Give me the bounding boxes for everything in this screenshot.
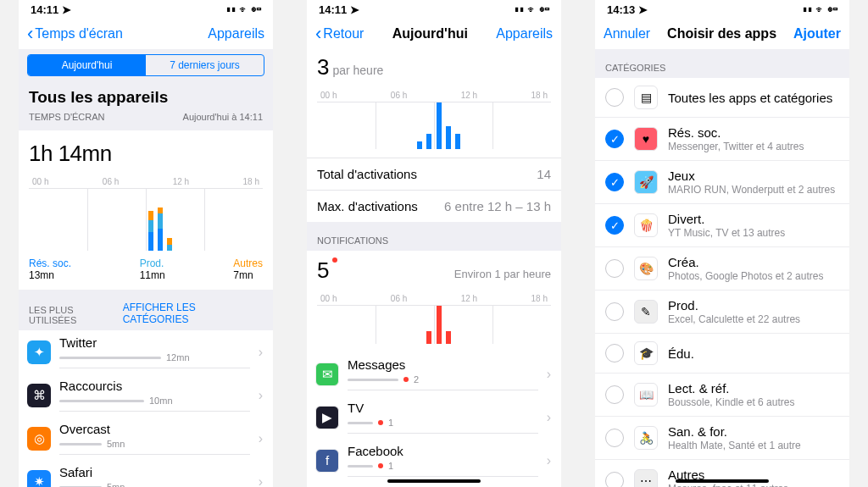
category-icon: 🚴: [634, 426, 658, 450]
devices-link[interactable]: Appareils: [496, 26, 553, 42]
total-time: 1h 14mn: [29, 141, 263, 167]
screenshot-choose-apps: 14:13 ➤ ▮▮ ᯤ ◉▭ Annuler Choisir des apps…: [595, 0, 849, 487]
category-subtitle: Health Mate, Santé et 1 autre: [668, 440, 801, 451]
location-icon: ➤: [350, 3, 359, 16]
category-row[interactable]: 📖 Lect. & réf.Boussole, Kindle et 6 autr…: [595, 374, 849, 417]
category-icon: ▤: [634, 86, 658, 109]
back-label: Temps d'écran: [35, 26, 123, 42]
back-button[interactable]: ‹ Retour: [315, 23, 364, 45]
app-name: Raccourcis: [59, 379, 250, 393]
checkbox[interactable]: [605, 344, 624, 362]
app-usage: 10mn: [149, 396, 173, 406]
nav-bar: Annuler Choisir des apps Ajouter: [595, 19, 849, 49]
notif-count: 1: [388, 461, 393, 471]
home-indicator[interactable]: [676, 479, 769, 483]
chevron-right-icon: ›: [547, 367, 551, 382]
back-button[interactable]: ‹ Temps d'écran: [27, 23, 123, 45]
home-indicator[interactable]: [387, 479, 481, 483]
category-icon: 🍿: [634, 213, 658, 237]
notif-count: 2: [414, 374, 419, 385]
category-row[interactable]: ✓ ♥ Rés. soc.Messenger, Twitter et 4 aut…: [595, 118, 849, 161]
section-label: TEMPS D'ÉCRAN: [29, 112, 105, 122]
chevron-right-icon: ›: [259, 474, 263, 488]
categories-header: CATÉGORIES: [595, 49, 849, 78]
category-title: Rés. soc.: [668, 125, 804, 140]
status-time: 14:13: [607, 3, 635, 16]
location-icon: ➤: [638, 3, 648, 16]
app-icon: ✉: [315, 362, 339, 386]
nav-bar: ‹ Temps d'écran Appareils: [19, 19, 273, 49]
seg-week[interactable]: 7 derniers jours: [146, 55, 264, 75]
category-title: Édu.: [668, 346, 694, 361]
chart-legend: Rés. soc.13mnProd.11mnAutres7mn: [29, 257, 263, 281]
nav-title: Choisir des apps: [667, 26, 776, 42]
category-row[interactable]: 🚴 San. & for.Health Mate, Santé et 1 aut…: [595, 417, 849, 460]
total-pickups-row: Total d'activations14: [307, 158, 561, 190]
app-name: Twitter: [59, 335, 250, 350]
category-icon: 🚀: [634, 170, 658, 194]
category-row[interactable]: ✓ 🚀 JeuxMARIO RUN, Wonderputt et 2 autre…: [595, 161, 849, 204]
status-icons: ▮▮ ᯤ ◉▭: [803, 4, 837, 14]
category-icon: 🎓: [634, 341, 658, 365]
devices-link[interactable]: Appareils: [208, 26, 264, 42]
app-name: Safari: [59, 465, 250, 479]
app-row[interactable]: ⌘ Raccourcis 10mn ›: [19, 374, 273, 417]
updated-label: Aujourd'hui à 14:11: [183, 112, 263, 122]
category-row[interactable]: ✓ 🍿 Divert.YT Music, TV et 13 autres: [595, 204, 849, 247]
app-icon: ✷: [27, 470, 51, 488]
screenshot-screen-time: 14:11 ➤ ▮▮ ᯤ ◉▭ ‹ Temps d'écran Appareil…: [19, 0, 273, 487]
category-title: San. & for.: [668, 424, 801, 439]
checkbox[interactable]: ✓: [605, 130, 624, 148]
usage-chart: [29, 188, 263, 251]
notif-app-row[interactable]: ✉ Messages 2 ›: [307, 352, 561, 396]
app-icon: ⌘: [27, 384, 51, 407]
category-row[interactable]: 🎨 Créa.Photos, Google Photos et 2 autres: [595, 247, 849, 291]
category-row[interactable]: ⋯ AutresMesures, fnac et 11 autres: [595, 460, 849, 487]
app-row[interactable]: ✦ Twitter 12mn ›: [19, 330, 273, 374]
seg-today[interactable]: Aujourd'hui: [28, 55, 146, 75]
category-subtitle: Mesures, fnac et 11 autres: [668, 483, 788, 487]
nav-title: Aujourd'hui: [392, 26, 468, 42]
category-row[interactable]: ✎ Prod.Excel, Calculette et 22 autres: [595, 291, 849, 334]
chevron-left-icon: ‹: [315, 23, 321, 45]
app-icon: ✦: [27, 340, 51, 364]
checkbox[interactable]: [605, 88, 624, 107]
most-used-header: LES PLUS UTILISÉES: [29, 305, 123, 325]
app-name: Messages: [348, 357, 538, 372]
category-title: Prod.: [668, 298, 800, 313]
category-subtitle: Photos, Google Photos et 2 autres: [668, 270, 823, 282]
notif-apps-list: ✉ Messages 2 ›▶ TV 1 ›f Facebook 1 ›M Gm…: [307, 352, 561, 487]
app-row[interactable]: ✷ Safari 5mn ›: [19, 460, 273, 487]
category-row[interactable]: ▤ Toutes les apps et catégories: [595, 78, 849, 118]
status-icons: ▮▮ ᯤ ◉▭: [226, 4, 261, 14]
category-row[interactable]: 🎓 Édu.: [595, 334, 849, 374]
checkbox[interactable]: ✓: [605, 173, 624, 191]
app-row[interactable]: ◎ Overcast 5mn ›: [19, 417, 273, 460]
app-icon: ▶: [315, 406, 339, 429]
category-subtitle: MARIO RUN, Wonderputt et 2 autres: [668, 184, 835, 196]
add-button[interactable]: Ajouter: [793, 26, 841, 42]
status-bar: 14:11 ➤ ▮▮ ᯤ ◉▭: [307, 0, 561, 19]
cancel-button[interactable]: Annuler: [604, 26, 650, 42]
checkbox[interactable]: [605, 302, 624, 321]
checkbox[interactable]: [605, 385, 624, 404]
back-label: Retour: [323, 26, 364, 42]
show-categories-link[interactable]: AFFICHER LES CATÉGORIES: [123, 302, 263, 325]
screenshot-today-detail: 14:11 ➤ ▮▮ ᯤ ◉▭ ‹ Retour Aujourd'hui App…: [307, 0, 561, 487]
segmented-control[interactable]: Aujourd'hui 7 derniers jours: [27, 54, 264, 76]
notif-app-row[interactable]: f Facebook 1 ›: [307, 439, 561, 482]
status-bar: 14:11 ➤ ▮▮ ᯤ ◉▭: [19, 0, 273, 19]
checkbox[interactable]: ✓: [605, 216, 624, 235]
chevron-right-icon: ›: [547, 410, 551, 425]
chevron-right-icon: ›: [259, 345, 263, 360]
checkbox[interactable]: [605, 429, 624, 447]
checkbox[interactable]: [605, 472, 624, 487]
app-icon: f: [315, 449, 339, 473]
checkbox[interactable]: [605, 259, 624, 278]
notif-app-row[interactable]: ▶ TV 1 ›: [307, 396, 561, 439]
chevron-left-icon: ‹: [27, 23, 33, 45]
category-subtitle: YT Music, TV et 13 autres: [668, 227, 785, 239]
nav-bar: ‹ Retour Aujourd'hui Appareils: [307, 19, 561, 49]
notif-chart: [317, 305, 551, 344]
category-title: Toutes les apps et catégories: [668, 91, 832, 105]
